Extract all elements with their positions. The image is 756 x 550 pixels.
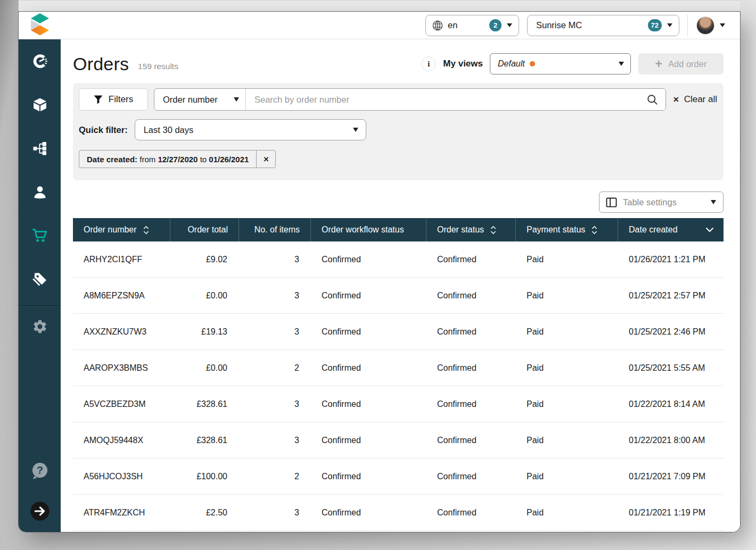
quick-filter-selector[interactable]: Last 30 days	[135, 119, 366, 140]
search-icon	[646, 94, 659, 106]
project-name: Sunrise MC	[536, 20, 582, 30]
cell-status: Confirmed	[426, 386, 516, 422]
results-count: 159 results	[138, 62, 178, 71]
table-settings-button[interactable]: Table settings	[599, 191, 724, 213]
chip-label: Date created:	[87, 155, 137, 164]
filters-button[interactable]: Filters	[79, 88, 148, 111]
sidebar-item-customers[interactable]	[28, 181, 52, 205]
table-row[interactable]: A5VCZBEZD3M £328.61 3 Confirmed Confirme…	[73, 386, 724, 422]
sidebar-item-dashboard[interactable]	[28, 50, 52, 74]
sidebar-nav: ?	[19, 39, 61, 532]
add-order-button[interactable]: + Add order	[638, 53, 724, 74]
table-row[interactable]: ARHY2CI1QFF £9.02 3 Confirmed Confirmed …	[73, 241, 724, 278]
table-header: Order number Order total No. of items Or…	[73, 218, 724, 241]
close-icon: ✕	[263, 155, 269, 163]
search-button[interactable]	[640, 89, 665, 110]
tag-icon	[32, 271, 48, 289]
cell-workflow: Confirmed	[311, 459, 426, 494]
language-count-badge: 2	[489, 19, 502, 31]
sidebar-item-settings[interactable]	[28, 315, 52, 340]
sidebar-item-discounts[interactable]	[28, 268, 52, 293]
chip-close-button[interactable]: ✕	[256, 151, 275, 168]
cell-order-total: £100.00	[170, 459, 239, 494]
language-value: en	[448, 20, 457, 30]
cell-order-number: AMOQJ59448X	[73, 422, 170, 458]
cell-order-number: AXXZNZKU7W3	[73, 314, 170, 349]
table-row[interactable]: A8M6EPZSN9A £0.00 3 Confirmed Confirmed …	[73, 278, 724, 314]
commercetools-logo-icon	[30, 13, 50, 38]
table-settings-label: Table settings	[623, 197, 677, 207]
sort-desc-icon	[705, 227, 714, 232]
cell-order-total: £9.02	[170, 241, 239, 277]
help-icon: ?	[30, 461, 50, 482]
search-input[interactable]	[246, 89, 640, 110]
page-title: Orders	[73, 54, 129, 74]
box-icon	[32, 97, 48, 115]
info-icon[interactable]: i	[421, 56, 436, 71]
table-row[interactable]: A56HJCOJ3SH £100.00 2 Confirmed Confirme…	[73, 459, 724, 495]
column-header-date-created[interactable]: Date created	[618, 218, 724, 241]
cell-items: 3	[239, 422, 311, 458]
sort-both-icon	[591, 226, 597, 235]
chevron-down-icon	[711, 200, 716, 204]
table-row[interactable]: AXXZNZKU7W3 £19.13 3 Confirmed Confirmed…	[73, 314, 724, 350]
quick-filter-value: Last 30 days	[144, 125, 194, 135]
sidebar-item-orders[interactable]	[28, 224, 52, 249]
close-icon: ✕	[673, 95, 679, 104]
cell-created: 01/25/2021 2:46 PM	[618, 314, 724, 349]
sidebar-item-support[interactable]: ?	[28, 460, 52, 484]
search-field-value: Order number	[163, 95, 218, 105]
table-row[interactable]: ATR4FM2ZKCH £2.50 3 Confirmed Confirmed …	[73, 495, 724, 531]
table-row[interactable]: AMOQJ59448X £328.61 3 Confirmed Confirme…	[73, 422, 724, 459]
app-bar: en 2 Sunrise MC 72	[19, 12, 740, 39]
project-selector[interactable]: Sunrise MC 72	[527, 15, 679, 36]
user-avatar[interactable]	[696, 16, 714, 35]
gauge-icon	[32, 53, 48, 71]
quick-filter-label: Quick filter:	[79, 125, 128, 135]
cell-status: Confirmed	[426, 241, 516, 277]
cell-order-total: £328.61	[170, 386, 239, 422]
column-header-order-total: Order total	[170, 218, 239, 241]
chevron-down-icon	[234, 97, 239, 102]
sidebar-divider	[19, 305, 61, 306]
cell-order-total: £0.00	[170, 350, 239, 386]
sidebar-item-categories[interactable]	[28, 137, 52, 162]
date-filter-chip: Date created: from 12/27/2020 to 01/26/2…	[79, 150, 276, 168]
column-header-order-number[interactable]: Order number	[73, 218, 170, 241]
clear-all-button[interactable]: ✕ Clear all	[673, 94, 717, 105]
cart-icon	[31, 227, 48, 246]
project-count-badge: 72	[648, 19, 662, 31]
arrow-right-icon	[30, 501, 50, 523]
sort-both-icon	[143, 226, 149, 235]
topbar-divider	[687, 15, 688, 36]
view-selected-value: Default	[498, 59, 525, 69]
filter-panel: Filters Order number ✕	[73, 83, 724, 180]
unsaved-changes-dot	[530, 61, 535, 66]
cell-workflow: Confirmed	[311, 350, 426, 386]
cell-workflow: Confirmed	[311, 278, 426, 313]
cell-payment: Paid	[516, 459, 618, 494]
cell-order-number: A5VCZBEZD3M	[73, 386, 170, 422]
cell-payment: Paid	[516, 350, 618, 386]
view-selector[interactable]: Default	[490, 53, 631, 74]
search-field-selector[interactable]: Order number	[154, 89, 246, 110]
chevron-down-icon	[353, 128, 358, 132]
cell-status: Confirmed	[426, 459, 516, 494]
language-selector[interactable]: en 2	[425, 15, 519, 36]
chip-from-date: 12/27/2020	[158, 155, 198, 164]
sidebar-item-products[interactable]	[28, 94, 52, 118]
column-header-payment-status[interactable]: Payment status	[516, 218, 618, 241]
cell-created: 01/22/2021 8:00 AM	[618, 422, 724, 458]
sidebar-expand-button[interactable]	[28, 500, 52, 524]
cell-created: 01/21/2021 1:19 PM	[618, 495, 724, 530]
user-menu-chevron-icon[interactable]	[720, 23, 725, 27]
table-row[interactable]: AAROPX3BMBS £0.00 2 Confirmed Confirmed …	[73, 350, 724, 386]
customer-icon	[32, 184, 48, 202]
cell-items: 3	[239, 495, 311, 530]
column-header-order-status[interactable]: Order status	[426, 218, 516, 241]
funnel-icon	[94, 95, 103, 104]
cell-payment: Paid	[516, 386, 618, 422]
cell-payment: Paid	[516, 495, 618, 530]
chevron-down-icon	[619, 62, 624, 66]
chevron-down-icon	[667, 23, 672, 27]
